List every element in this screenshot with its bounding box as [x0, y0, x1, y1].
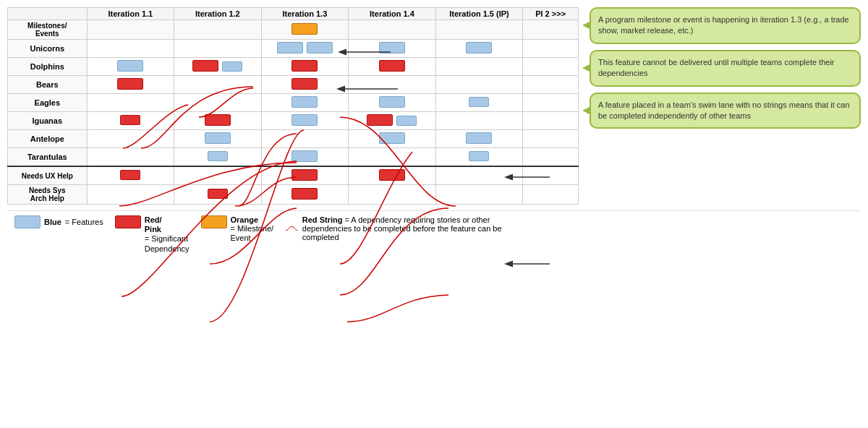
- cell-e-12: [174, 94, 262, 112]
- cell-a-15: [435, 130, 523, 148]
- annotation-box-3: A feature placed in a team's swim lane w…: [590, 93, 861, 129]
- cell-i-15: [435, 112, 523, 130]
- diagram-area: Iteration 1.1 Iteration 1.2 Iteration 1.…: [7, 7, 861, 205]
- feat-u-15a: [466, 42, 492, 54]
- milestone-event-13: [292, 23, 318, 35]
- col-header-iter5: Iteration 1.5 (IP): [435, 8, 523, 20]
- row-milestones: Milestones/Events: [8, 20, 579, 40]
- team-label-ux: Needs UX Help: [8, 166, 88, 185]
- feat-ux-14a: [379, 169, 405, 181]
- feat-e-15a: [469, 97, 489, 107]
- annotations-panel: A program milestone or event is happenin…: [586, 7, 861, 205]
- cell-b-15: [435, 76, 523, 94]
- cell-t-11: [87, 148, 174, 167]
- pi-table: Iteration 1.1 Iteration 1.2 Iteration 1.…: [7, 7, 579, 205]
- cell-a-11: [87, 130, 174, 148]
- cell-i-pi2: [523, 112, 579, 130]
- legend-red-label: Red/Pink: [145, 215, 190, 234]
- cell-sa-14: [349, 185, 436, 205]
- cell-u-14: [349, 40, 436, 58]
- feat-a-15a: [466, 132, 492, 144]
- legend-blue-label: Blue: [44, 218, 61, 226]
- cell-m-15: [435, 20, 523, 40]
- feat-b-13a: [292, 78, 318, 90]
- feat-i-11a: [120, 115, 140, 125]
- row-tarantulas: Tarantulas: [8, 148, 579, 167]
- legend-blue-swatch: [14, 215, 41, 228]
- cell-u-15: [435, 40, 523, 58]
- team-label-iguanas: Iguanas: [8, 112, 88, 130]
- cell-m-14: [349, 20, 436, 40]
- legend-blue-eq: = Features: [65, 218, 103, 226]
- feat-u-14a: [379, 42, 405, 54]
- cell-sa-15: [435, 185, 523, 205]
- legend-orange-swatch: [201, 215, 227, 228]
- feat-u-13b: [307, 42, 333, 54]
- cell-m-12: [174, 20, 262, 40]
- cell-e-15: [435, 94, 523, 112]
- cell-b-14: [349, 76, 436, 94]
- col-header-iter4: Iteration 1.4: [349, 8, 436, 20]
- feat-t-15a: [469, 151, 489, 161]
- cell-u-12: [174, 40, 262, 58]
- feat-e-14a: [379, 96, 405, 108]
- legend-item-red: Red/Pink = SignificantDependency: [115, 215, 190, 254]
- feat-sa-12a: [208, 189, 228, 199]
- row-sysarch-help: Needs SysArch Help: [8, 185, 579, 205]
- cell-i-13: [261, 112, 349, 130]
- feat-b-11a: [117, 78, 143, 90]
- cell-u-11: [87, 40, 174, 58]
- cell-b-12: [174, 76, 262, 94]
- cell-t-pi2: [523, 148, 579, 167]
- row-ux-help: Needs UX Help: [8, 166, 579, 185]
- cell-i-14: [349, 112, 436, 130]
- feat-ux-11a: [120, 170, 140, 180]
- team-label-tarantulas: Tarantulas: [8, 148, 88, 167]
- feat-a-12a: [205, 132, 231, 144]
- row-eagles: Eagles: [8, 94, 579, 112]
- feat-d-13a: [292, 60, 318, 72]
- cell-ux-14: [349, 166, 436, 185]
- cell-ux-pi2: [523, 166, 579, 185]
- annotation-text-3: A feature placed in a team's swim lane w…: [598, 100, 850, 120]
- feat-i-12a: [205, 114, 231, 126]
- cell-a-13: [261, 130, 349, 148]
- legend-red-text: Red/Pink = SignificantDependency: [145, 215, 190, 254]
- feat-i-13a: [292, 114, 318, 126]
- team-label-unicorns: Unicorns: [8, 40, 88, 58]
- feat-ux-13a: [292, 169, 318, 181]
- team-label-eagles: Eagles: [8, 94, 88, 112]
- cell-m-11: [87, 20, 174, 40]
- cell-ux-13: [261, 166, 349, 185]
- cell-b-pi2: [523, 76, 579, 94]
- cell-u-13: [261, 40, 349, 58]
- feat-t-12a: [208, 151, 228, 161]
- legend-orange-label: Orange: [231, 215, 274, 224]
- cell-e-pi2: [523, 94, 579, 112]
- row-antelope: Antelope: [8, 130, 579, 148]
- col-header-pi2: PI 2 >>>: [523, 8, 579, 20]
- main-container: Iteration 1.1 Iteration 1.2 Iteration 1.…: [7, 7, 861, 258]
- legend-item-blue: Blue = Features: [14, 215, 103, 228]
- cell-sa-13: [261, 185, 349, 205]
- cell-a-14: [349, 130, 436, 148]
- feat-a-14a: [379, 132, 405, 144]
- team-label-antelope: Antelope: [8, 130, 88, 148]
- red-string-icon: [285, 221, 299, 236]
- cell-d-11: [87, 58, 174, 76]
- cell-t-15: [435, 148, 523, 167]
- feat-u-13a: [277, 42, 303, 54]
- cell-sa-11: [87, 185, 174, 205]
- legend-red-eq: = SignificantDependency: [145, 234, 190, 253]
- feat-d-12b: [222, 61, 242, 72]
- cell-a-12: [174, 130, 262, 148]
- cell-e-14: [349, 94, 436, 112]
- row-bears: Bears: [8, 76, 579, 94]
- cell-b-13: [261, 76, 349, 94]
- cell-i-11: [87, 112, 174, 130]
- annotation-box-1: A program milestone or event is happenin…: [590, 7, 861, 44]
- legend: Blue = Features Red/Pink = SignificantDe…: [7, 210, 861, 258]
- legend-red-swatch: [115, 215, 141, 228]
- team-label-milestones: Milestones/Events: [8, 20, 88, 40]
- col-header-iter1: Iteration 1.1: [87, 8, 174, 20]
